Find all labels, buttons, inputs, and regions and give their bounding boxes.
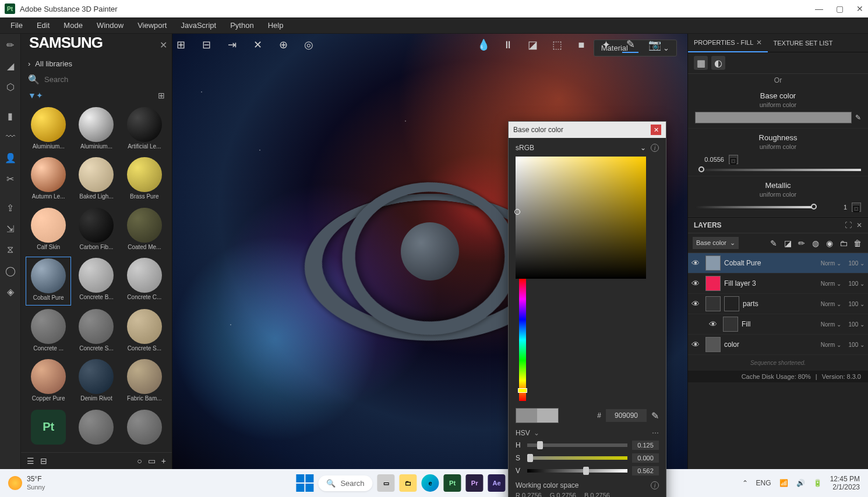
symmetry-x-icon[interactable]: ⇥ <box>224 37 240 53</box>
wifi-icon[interactable]: 📶 <box>779 479 788 487</box>
clone-tool-icon[interactable]: 👤 <box>4 151 17 164</box>
camera-video-icon[interactable]: ■ <box>573 37 590 53</box>
import-icon[interactable]: ⇲ <box>4 222 17 235</box>
menu-viewport[interactable]: Viewport <box>132 19 172 32</box>
hex-input[interactable] <box>606 409 647 422</box>
aftereffects-icon[interactable]: Ae <box>488 474 506 492</box>
sphere-mode-icon[interactable]: ◐ <box>711 56 725 70</box>
layer-row[interactable]: 👁 Cobalt Pure Norm ⌄ 100 ⌄ <box>688 253 868 274</box>
grid-view-icon[interactable]: ⊞ <box>158 91 165 100</box>
settings-tool-icon[interactable]: ⧖ <box>4 243 17 256</box>
eraser-tool-icon[interactable]: ◢ <box>4 59 17 72</box>
asset-item[interactable]: Artificial Le... <box>122 106 167 154</box>
layer-blend[interactable]: Norm ⌄ <box>818 260 841 267</box>
asset-item[interactable]: Concrete ... <box>26 308 71 356</box>
visibility-icon[interactable]: 👁 <box>709 320 719 329</box>
h-slider[interactable] <box>527 443 627 447</box>
asset-item[interactable]: Calf Skin <box>26 207 71 254</box>
droplet-off-icon[interactable]: 💧 <box>475 37 492 53</box>
mask-tool-icon[interactable]: ✎ <box>768 239 779 248</box>
asset-item[interactable]: Concrete S... <box>122 308 167 356</box>
asset-item[interactable]: Fabric Bam... <box>122 358 167 406</box>
circle-icon[interactable]: ○ <box>137 456 142 466</box>
brush-icon[interactable]: ✎ <box>622 37 638 53</box>
tab-properties-close[interactable]: ✕ <box>756 38 762 47</box>
roughness-slider[interactable] <box>695 169 861 171</box>
asset-item[interactable]: Brass Pure <box>122 156 167 204</box>
perspective-icon[interactable]: ◪ <box>524 37 541 53</box>
asset-tab-close[interactable]: ✕ <box>160 40 167 51</box>
layer-row[interactable]: 👁 parts Norm ⌄ 100 ⌄ <box>688 294 868 314</box>
chevron-down-icon[interactable]: ⌄ <box>640 144 646 152</box>
paint-tool-icon[interactable]: ✏ <box>4 38 17 51</box>
symmetry-y-icon[interactable]: ✕ <box>249 37 266 53</box>
weather-widget[interactable]: 35°F Sunny <box>8 475 45 490</box>
add-icon[interactable]: ⊕ <box>275 37 291 53</box>
metallic-reset-icon[interactable]: ⊡ <box>852 203 861 212</box>
effect-tool-icon[interactable]: ◪ <box>782 239 793 248</box>
color-space-label[interactable]: sRGB <box>516 144 534 152</box>
explorer-icon[interactable]: 🗀 <box>400 474 417 492</box>
layer-blend[interactable]: Norm ⌄ <box>818 281 841 287</box>
menu-javascript[interactable]: JavaScript <box>175 19 222 32</box>
metallic-slider[interactable] <box>695 206 813 208</box>
asset-item[interactable]: Carbon Fib... <box>73 207 119 254</box>
asset-item[interactable]: Cobalt Pure <box>26 257 71 306</box>
layers-expand-icon[interactable]: ⛶ <box>845 221 852 229</box>
tag-tool-icon[interactable]: ◈ <box>4 285 17 298</box>
battery-icon[interactable]: 🔋 <box>813 479 822 487</box>
base-color-swatch[interactable] <box>695 112 852 123</box>
asset-item[interactable]: Autumn Le... <box>26 156 71 204</box>
menu-mode[interactable]: Mode <box>58 19 89 32</box>
premiere-icon[interactable]: Pr <box>466 474 484 492</box>
channel-dropdown[interactable]: Base color ⌄ <box>693 237 739 249</box>
asset-breadcrumb[interactable]: › All libraries <box>21 56 172 72</box>
layer-opacity[interactable]: 100 ⌄ <box>845 260 865 267</box>
asset-item[interactable]: Coated Me... <box>122 207 167 254</box>
filter-icon[interactable]: ▼✦ <box>28 91 43 100</box>
info-icon[interactable]: i <box>651 144 659 152</box>
fill-mode-icon[interactable]: ▦ <box>694 56 708 70</box>
layer-blend[interactable]: Norm ⌄ <box>818 321 841 328</box>
target-icon[interactable]: ◎ <box>301 37 317 53</box>
s-slider[interactable] <box>527 456 627 460</box>
language-indicator[interactable]: ENG <box>756 479 771 487</box>
viewer-tool-icon[interactable]: ◯ <box>4 264 17 277</box>
roughness-reset-icon[interactable]: ⊡ <box>729 155 738 164</box>
visibility-icon[interactable]: 👁 <box>691 258 702 268</box>
asset-item[interactable] <box>73 409 119 450</box>
pause-icon[interactable]: ⏸ <box>500 37 516 53</box>
layer-opacity[interactable]: 100 ⌄ <box>845 281 865 287</box>
taskview-icon[interactable]: ▭ <box>377 474 395 492</box>
painter-app-icon[interactable]: Pt <box>444 474 461 492</box>
asset-item[interactable]: Aluminium... <box>73 106 119 154</box>
grid-small-icon[interactable]: ⊞ <box>172 37 189 53</box>
tab-textureset[interactable]: TEXTURE SET LIST <box>768 35 839 51</box>
material-tool-icon[interactable]: ✂ <box>4 172 17 185</box>
menu-file[interactable]: File <box>5 19 29 32</box>
picker-close-button[interactable]: ✕ <box>651 125 661 135</box>
asset-item[interactable]: Concrete C... <box>122 257 167 306</box>
projection-tool-icon[interactable]: ⬡ <box>4 80 17 93</box>
start-button[interactable] <box>296 474 313 492</box>
layer-blend[interactable]: Norm ⌄ <box>818 342 841 348</box>
list-expand-icon[interactable]: ⊟ <box>40 456 47 466</box>
maximize-button[interactable]: ▢ <box>836 4 844 13</box>
add-asset-icon[interactable]: + <box>161 456 166 466</box>
taskbar-search[interactable]: 🔍 Search <box>318 475 372 491</box>
menu-window[interactable]: Window <box>91 19 129 32</box>
fill-tool-icon[interactable]: ▮ <box>4 109 17 122</box>
tab-properties[interactable]: PROPERTIES - FILL ✕ <box>688 34 768 52</box>
layer-row[interactable]: 👁 Fill layer 3 Norm ⌄ 100 ⌄ <box>688 274 868 294</box>
eyedropper-icon[interactable]: ✎ <box>855 113 861 122</box>
asset-item[interactable]: Concrete S... <box>73 308 119 356</box>
asset-item[interactable]: Pt <box>26 409 71 450</box>
layer-blend[interactable]: Norm ⌄ <box>818 301 841 307</box>
cube-icon[interactable]: ⬚ <box>549 37 565 53</box>
layer-opacity[interactable]: 100 ⌄ <box>845 342 865 348</box>
current-color-swatch[interactable] <box>516 408 559 423</box>
menu-edit[interactable]: Edit <box>31 19 55 32</box>
visibility-icon[interactable]: 👁 <box>691 299 702 308</box>
asset-item[interactable]: Denim Rivot <box>73 358 119 406</box>
volume-icon[interactable]: 🔊 <box>796 479 805 487</box>
